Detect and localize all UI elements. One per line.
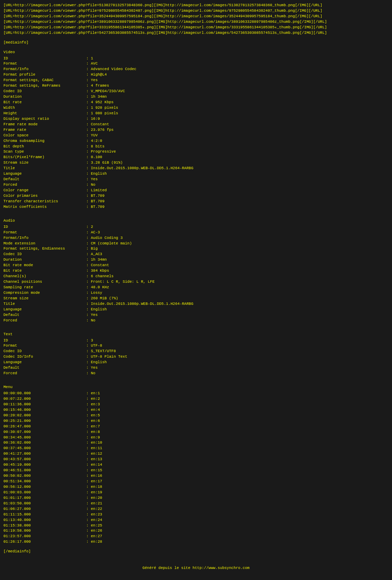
menu-value: : en:13 bbox=[86, 457, 102, 462]
field-row: Mode extension: CM (complete main) bbox=[3, 241, 389, 246]
field-key: Forced bbox=[3, 318, 86, 323]
field-value: : 48.0 KHz bbox=[86, 285, 109, 290]
field-row: Frame rate: 23.976 fps bbox=[3, 127, 389, 133]
field-value: : No bbox=[86, 318, 95, 323]
field-value: : A_AC3 bbox=[86, 252, 102, 257]
field-key: Format/Info bbox=[3, 235, 86, 241]
menu-value: : en:4 bbox=[86, 407, 100, 413]
field-row: Forced: No bbox=[3, 318, 389, 323]
menu-time: 00:15:46.000 bbox=[3, 407, 86, 413]
menu-entry: 00:26:47.000: en:7 bbox=[3, 424, 389, 429]
menu-time: 00:00:00.000 bbox=[3, 391, 86, 396]
menu-value: : en:3 bbox=[86, 402, 100, 407]
field-key: Color range bbox=[3, 188, 86, 193]
menu-entry: 00:41:27.000: en:12 bbox=[3, 451, 389, 457]
field-value: : 3 bbox=[86, 338, 93, 344]
field-value: : Yes bbox=[86, 312, 98, 318]
field-value: : 1h 34mn bbox=[86, 94, 107, 100]
menu-entry: 00:30:07.000: en:8 bbox=[3, 429, 389, 435]
field-row: Format settings, ReFrames: 4 frames bbox=[3, 83, 389, 89]
text-section-title: Text bbox=[3, 332, 389, 337]
menu-entry: 01:13:40.000: en:24 bbox=[3, 518, 389, 523]
field-row: Title: Inside.Out.2015.1080p.WEB-DL.DD5.… bbox=[3, 166, 389, 171]
field-row: Height: 1 080 pixels bbox=[3, 111, 389, 116]
menu-time: 00:25:21.000 bbox=[3, 418, 86, 424]
field-value: : Inside.Out.2015.1080p.WEB-DL.DD5.1.H26… bbox=[86, 301, 193, 307]
menu-value: : en:26 bbox=[86, 528, 102, 534]
field-row: ID: 3 bbox=[3, 338, 389, 344]
field-value: : AVC bbox=[86, 61, 98, 67]
field-row: Title: Inside.Out.2015.1080p.WEB-DL.DD5.… bbox=[3, 301, 389, 307]
menu-time: 00:30:07.000 bbox=[3, 429, 86, 435]
url-line: [URL=http://imagecurl.com/viewer.php?fil… bbox=[3, 30, 389, 36]
field-key: Width bbox=[3, 105, 86, 111]
field-value: : English bbox=[86, 307, 107, 312]
field-value: : No bbox=[86, 371, 95, 376]
menu-entry: 00:20:02.000: en:5 bbox=[3, 413, 389, 418]
field-key: Bits/(Pixel*Frame) bbox=[3, 155, 86, 160]
menu-time: 00:51:34.000 bbox=[3, 479, 86, 484]
field-row: Duration: 1h 34mn bbox=[3, 94, 389, 100]
field-key: Language bbox=[3, 307, 86, 312]
field-key: Color space bbox=[3, 133, 86, 138]
field-key: Codec ID bbox=[3, 349, 86, 354]
field-row: Color primaries: BT.709 bbox=[3, 193, 389, 199]
mediainfo-close-tag: [/mediainfo] bbox=[3, 549, 389, 554]
field-value: : 3.28 GiB (91%) bbox=[86, 160, 123, 166]
field-row: Chroma subsampling: 4:2:0 bbox=[3, 138, 389, 144]
menu-time: 00:26:47.000 bbox=[3, 424, 86, 429]
field-row: Sampling rate: 48.0 KHz bbox=[3, 285, 389, 290]
audio-fields: ID: 2Format: AC-3Format/Info: Audio Codi… bbox=[3, 224, 389, 323]
field-value: : UTF-8 bbox=[86, 343, 102, 349]
menu-entry: 00:07:22.000: en:2 bbox=[3, 396, 389, 402]
menu-value: : en:6 bbox=[86, 418, 100, 424]
field-value: : 1h 34mn bbox=[86, 257, 107, 263]
url-line: [URL=http://imagecurl.com/viewer.php?fil… bbox=[3, 3, 389, 8]
field-value: : High@L4 bbox=[86, 72, 107, 78]
menu-time: 00:11:36.000 bbox=[3, 402, 86, 407]
menu-time: 00:50:02.000 bbox=[3, 473, 86, 479]
field-row: Format/Info: Advanced Video Codec bbox=[3, 67, 389, 72]
field-key: Format bbox=[3, 61, 86, 67]
field-key: Stream size bbox=[3, 160, 86, 166]
menu-entry: 00:11:36.000: en:3 bbox=[3, 402, 389, 407]
field-key: Format settings, Endianness bbox=[3, 246, 86, 252]
field-value: : 260 MiB (7%) bbox=[86, 296, 118, 301]
field-row: Language: English bbox=[3, 171, 389, 177]
menu-value: : en:11 bbox=[86, 446, 102, 451]
url-lines: [URL=http://imagecurl.com/viewer.php?fil… bbox=[3, 3, 389, 36]
field-value: : UTF-8 Plain Text bbox=[86, 354, 127, 360]
menu-value: : en:20 bbox=[86, 495, 102, 501]
menu-value: : en:12 bbox=[86, 451, 102, 457]
menu-value: : en:27 bbox=[86, 534, 102, 539]
field-row: ID: 1 bbox=[3, 56, 389, 61]
menu-entry: 01:03:50.000: en:21 bbox=[3, 501, 389, 506]
menu-value: : en:1 bbox=[86, 391, 100, 396]
menu-entry: 00:50:02.000: en:16 bbox=[3, 473, 389, 479]
field-row: Bit rate mode: Constant bbox=[3, 263, 389, 268]
menu-value: : en:21 bbox=[86, 501, 102, 506]
field-row: Codec ID/Info: UTF-8 Plain Text bbox=[3, 354, 389, 360]
field-value: : English bbox=[86, 171, 107, 177]
menu-time: 00:56:12.000 bbox=[3, 484, 86, 490]
page-container: [URL=http://imagecurl.com/viewer.php?fil… bbox=[3, 3, 389, 571]
menu-time: 00:45:19.000 bbox=[3, 462, 86, 468]
menu-value: : en:7 bbox=[86, 424, 100, 429]
field-value: : 4:2:0 bbox=[86, 138, 102, 144]
video-section-title: Video bbox=[3, 50, 389, 55]
field-value: : Yes bbox=[86, 365, 98, 371]
field-key: Height bbox=[3, 111, 86, 116]
field-row: Default: Yes bbox=[3, 312, 389, 318]
field-key: Bit rate bbox=[3, 268, 86, 274]
menu-time: 00:20:02.000 bbox=[3, 413, 86, 418]
menu-time: 00:37:45.000 bbox=[3, 446, 86, 451]
field-value: : S_TEXT/UTF8 bbox=[86, 349, 116, 354]
menu-section-title: Menu bbox=[3, 385, 389, 390]
field-key: Default bbox=[3, 177, 86, 182]
mediainfo-open-tag: [mediainfo] bbox=[3, 40, 389, 46]
menu-value: : en:23 bbox=[86, 512, 102, 518]
field-value: : 16:9 bbox=[86, 116, 100, 122]
field-row: Stream size: 260 MiB (7%) bbox=[3, 296, 389, 301]
url-line: [URL=http://imagecurl.com/viewer.php?fil… bbox=[3, 19, 389, 25]
field-row: Forced: No bbox=[3, 371, 389, 376]
